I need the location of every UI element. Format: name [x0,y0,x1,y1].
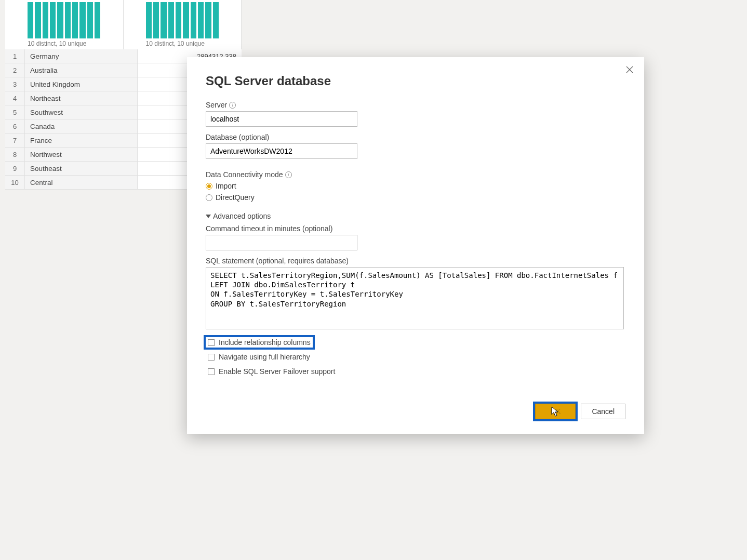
checkbox-icon [208,368,215,375]
radio-import-label: Import [216,182,236,190]
checkbox-failover-label: Enable SQL Server Failover support [219,367,335,376]
dialog-title: SQL Server database [206,74,625,88]
radio-directquery[interactable]: DirectQuery [206,193,625,202]
sql-statement-label: SQL statement (optional, requires databa… [206,257,625,265]
column-chart-2: 10 distinct, 10 unique [124,0,242,49]
checkbox-relationship-label: Include relationship columns [219,338,311,346]
checkbox-navigate-hierarchy[interactable]: Navigate using full hierarchy [206,352,312,362]
ok-button[interactable]: OK [535,404,576,419]
checkbox-icon [208,339,215,346]
info-icon[interactable]: i [285,171,292,178]
cancel-button[interactable]: Cancel [581,404,625,419]
column-chart-1-label: 10 distinct, 10 unique [9,38,119,47]
sql-statement-input[interactable]: SELECT t.SalesTerritoryRegion,SUM(f.Sale… [206,267,624,329]
server-input[interactable] [206,111,357,127]
checkbox-failover-support[interactable]: Enable SQL Server Failover support [206,366,337,377]
info-icon[interactable]: i [229,102,236,109]
advanced-options-label: Advanced options [213,212,271,220]
column-quality-charts: 10 distinct, 10 unique 10 distinct, 10 u… [5,0,242,49]
sql-server-database-dialog: SQL Server database Server i Database (o… [187,57,644,434]
database-label: Database (optional) [206,133,625,141]
advanced-options-toggle[interactable]: Advanced options [206,212,625,220]
triangle-down-icon [206,215,211,218]
radio-icon [206,183,212,190]
checkbox-icon [208,354,215,361]
connectivity-mode-label: Data Connectivity mode i [206,170,625,179]
timeout-input[interactable] [206,235,357,250]
column-chart-2-label: 10 distinct, 10 unique [128,38,237,47]
column-chart-1: 10 distinct, 10 unique [5,0,124,49]
close-icon [626,66,633,73]
radio-directquery-label: DirectQuery [216,193,255,202]
close-button[interactable] [624,64,635,75]
checkbox-hierarchy-label: Navigate using full hierarchy [219,353,310,361]
server-label: Server i [206,101,625,109]
timeout-label: Command timeout in minutes (optional) [206,224,625,233]
radio-icon [206,194,212,201]
checkbox-include-relationship[interactable]: Include relationship columns [206,337,313,348]
radio-import[interactable]: Import [206,182,625,190]
database-input[interactable] [206,143,357,159]
dialog-buttons: OK Cancel [535,404,625,419]
